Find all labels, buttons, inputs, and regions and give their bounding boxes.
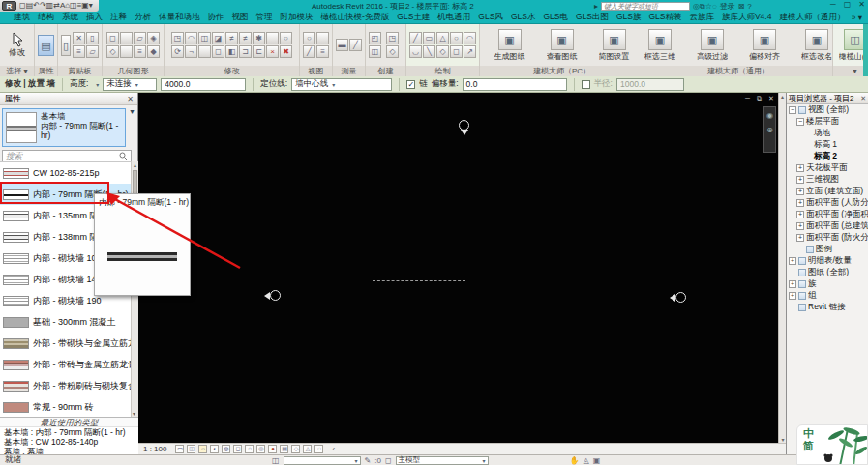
panel-label-select[interactable]: 选择 ▾ xyxy=(0,66,34,76)
redo-icon[interactable]: ↷ xyxy=(40,1,46,10)
ribbon-tool-icon[interactable] xyxy=(120,45,133,58)
tab-19[interactable]: GLS族 xyxy=(613,12,645,23)
wall-type-item-11[interactable]: 外部 - 带粉刷砖与砌块复合墙 xyxy=(0,375,131,396)
canvas-vscrollbar[interactable]: ▴▾ xyxy=(778,93,786,443)
master-pc-button-2[interactable]: ▣查看图纸 xyxy=(537,28,587,62)
ribbon-tool-icon[interactable] xyxy=(120,32,133,44)
close-button[interactable]: ✕ xyxy=(858,0,865,9)
master-pc-button-3[interactable]: ▣简图设置 xyxy=(589,28,640,62)
ribbon-tool-icon[interactable]: ◳ xyxy=(386,32,399,44)
height-value-input[interactable]: 4000.0 xyxy=(161,78,246,91)
ribbon-tool-icon[interactable] xyxy=(316,32,329,44)
ribbon-tool-icon[interactable]: ◠ xyxy=(185,32,197,44)
height-caret-icon[interactable]: ▾ xyxy=(96,81,99,88)
expand-icon[interactable]: + xyxy=(796,234,804,242)
search-icon[interactable]: ◎ xyxy=(693,2,700,11)
ribbon-tool-icon[interactable]: ¬ xyxy=(185,45,197,58)
tab-12[interactable]: 橄榄山快模-免费版 xyxy=(317,12,394,23)
properties-icon[interactable]: ▤ xyxy=(38,35,54,56)
view-close-button[interactable]: ✕ xyxy=(768,95,774,102)
tab-8[interactable]: 协作 xyxy=(204,12,228,23)
switch-windows-icon[interactable]: ▾ xyxy=(89,1,93,10)
search-input[interactable] xyxy=(601,2,690,11)
detail-level-icon[interactable]: ▭ xyxy=(175,445,184,453)
view-scale[interactable]: 1 : 100 xyxy=(143,445,166,453)
height-mode-select[interactable]: 未连接▾ xyxy=(103,78,157,91)
visual-style-icon[interactable]: ◫ xyxy=(187,445,195,453)
editable-only-icon[interactable]: ✋ xyxy=(570,456,580,465)
ribbon-tool-icon[interactable]: ◠ xyxy=(464,32,476,44)
expand-icon[interactable]: + xyxy=(796,211,804,218)
tree-item-18[interactable]: Revit 链接 xyxy=(787,302,868,313)
transfer-icon[interactable]: ⇄ xyxy=(53,1,60,10)
tree-item-1[interactable]: −视图 (全部) xyxy=(787,104,868,116)
chain-checkbox[interactable]: ✓ xyxy=(406,80,415,89)
wall-type-item-10[interactable]: 外部 - 带砖与金属立筋龙骨复合墙 xyxy=(0,354,131,375)
ribbon-tool-icon[interactable]: △ xyxy=(436,32,449,44)
master-general-button-4[interactable]: ▣框选改名 xyxy=(792,28,832,62)
tree-item-2[interactable]: −楼层平面 xyxy=(787,116,868,128)
wall-type-item-8[interactable]: 基础 - 300mm 混凝土 xyxy=(0,311,131,333)
ribbon-tool-icon[interactable]: ≠ xyxy=(225,32,238,44)
close-hidden-windows-icon[interactable]: ▣ xyxy=(81,1,89,10)
panel-label-geometry[interactable]: 几何图形 xyxy=(103,66,164,76)
tab-5[interactable]: 注释 xyxy=(106,12,131,23)
panel-label-draw[interactable]: 绘制 xyxy=(406,66,479,76)
type-selector-caret-icon[interactable]: ▼ xyxy=(129,108,135,115)
tab-10[interactable]: 管理 xyxy=(253,12,277,23)
tab-13[interactable]: GLS土建 xyxy=(393,12,434,23)
tree-item-3[interactable]: 场地 xyxy=(787,128,868,139)
ribbon-tool-icon[interactable]: ◪ xyxy=(212,32,224,44)
project-browser-close-icon[interactable]: ✕ xyxy=(860,95,866,102)
panel-label-measure[interactable]: 测量 xyxy=(333,66,365,76)
wall-type-item-1[interactable]: CW 102-85-215p xyxy=(0,162,131,184)
panel-label-properties[interactable]: 属性 xyxy=(35,66,57,76)
collapse-icon[interactable]: − xyxy=(796,118,804,126)
ribbon-tool-icon[interactable] xyxy=(266,32,279,44)
ribbon-tool-icon[interactable]: ◈ xyxy=(147,32,160,44)
properties-close-icon[interactable]: ✕ xyxy=(127,95,134,103)
exchange-icon[interactable]: ⊠ xyxy=(738,2,745,11)
ribbon-tool-icon[interactable]: ⊏ xyxy=(253,45,265,58)
tree-item-10[interactable]: +面积平面 (净面积) xyxy=(787,209,868,220)
ribbon-tool-icon[interactable]: ◧ xyxy=(225,45,238,58)
design-option-select[interactable]: 主模型▾ xyxy=(396,456,489,465)
elevation-marker-right[interactable] xyxy=(670,292,686,303)
ribbon-tool-icon[interactable]: ✱ xyxy=(253,32,265,44)
ribbon-tool-icon[interactable]: ○ xyxy=(450,32,463,44)
paste-icon[interactable]: ▯ xyxy=(61,35,71,56)
signin-label[interactable]: 登录 xyxy=(720,1,735,12)
worksharing-display-icon[interactable]: ▤ xyxy=(280,445,288,453)
temporary-hide-icon[interactable]: ◎ xyxy=(256,445,265,453)
tree-item-11[interactable]: +面积平面 (总建筑面积) xyxy=(787,220,868,232)
locline-select[interactable]: 墙中心线▾ xyxy=(291,78,392,91)
ribbon-tool-icon[interactable]: ◰ xyxy=(369,32,381,44)
ribbon-tool-icon[interactable]: ▱ xyxy=(86,45,99,58)
tab-17[interactable]: GLS电 xyxy=(539,12,572,23)
minimize-button[interactable]: ─ xyxy=(830,0,836,9)
wall-type-item-12[interactable]: 常规 - 90mm 砖 xyxy=(0,396,131,417)
elevation-marker-left[interactable] xyxy=(264,290,281,301)
main-model-icon[interactable]: ◻ xyxy=(385,456,392,465)
collapse-icon[interactable]: − xyxy=(789,106,796,114)
account-icon[interactable]: ◌ xyxy=(712,2,717,11)
tab-9[interactable]: 视图 xyxy=(228,12,253,23)
panel-label-modify[interactable]: 修改 xyxy=(165,66,299,76)
rendering-icon[interactable]: ◍ xyxy=(222,445,230,453)
hscroll-left-icon[interactable]: ‹ xyxy=(332,445,335,453)
tree-item-6[interactable]: +天花板平面 xyxy=(787,162,868,174)
expand-icon[interactable]: + xyxy=(796,188,804,195)
tree-item-13[interactable]: 图例 xyxy=(787,244,868,255)
master-general-button-3[interactable]: ▣偏移对齐 xyxy=(739,28,790,62)
wall-type-item-9[interactable]: 外部 - 带砌块与金属立筋龙骨复合墙 xyxy=(0,333,131,354)
ribbon-tool-icon[interactable]: ▯ xyxy=(86,32,99,44)
tab-3[interactable]: 系统 xyxy=(58,12,82,23)
tree-item-16[interactable]: +族 xyxy=(787,278,868,290)
favorites-icon[interactable]: ☆ xyxy=(705,2,712,11)
master-pc-button-1[interactable]: ▣生成图纸 xyxy=(485,28,535,62)
panel-label-master-pc[interactable]: 建模大师（PC） xyxy=(480,66,644,76)
panel-label-clipboard[interactable]: 剪贴板 xyxy=(58,66,102,76)
workset-select[interactable]: ▾ xyxy=(284,456,361,465)
panel-label-create[interactable]: 创建 xyxy=(366,66,405,76)
ribbon-tool-icon[interactable]: ≡ xyxy=(134,45,146,58)
